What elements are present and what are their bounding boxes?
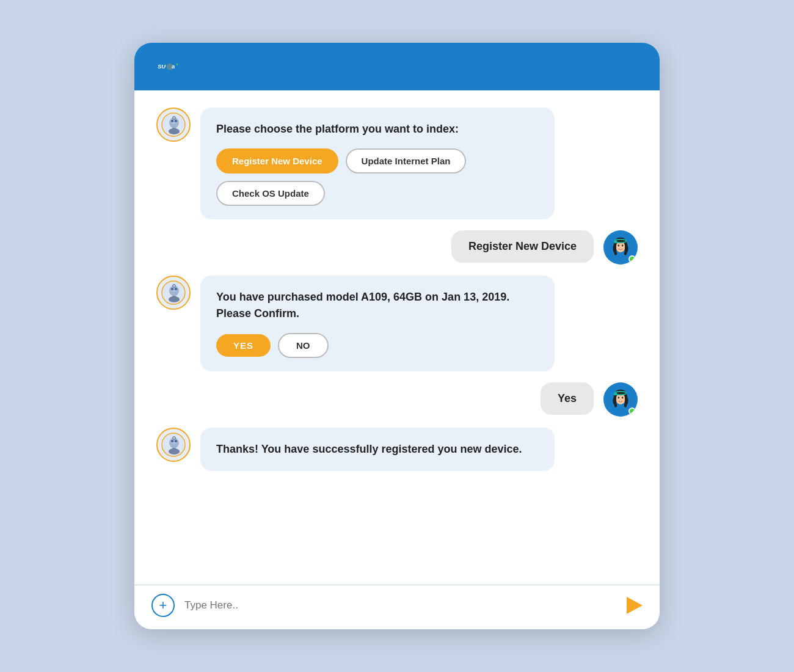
app-container: SU a	[134, 43, 660, 629]
send-button[interactable]	[627, 597, 643, 614]
svg-point-33	[173, 285, 175, 287]
user-avatar-1	[603, 230, 638, 265]
svg-point-12	[175, 120, 177, 122]
btn-check-os-update[interactable]: Check OS Update	[216, 181, 325, 206]
btn-register-new-device[interactable]: Register New Device	[216, 148, 338, 173]
user-message-2: Yes	[156, 382, 638, 417]
svg-point-39	[618, 396, 620, 398]
svg-point-40	[622, 396, 624, 398]
option-buttons-2: YES NO	[216, 333, 539, 358]
bot-text-1: Please choose the platform you want to i…	[216, 121, 539, 137]
user-bubble-1: Register New Device	[451, 230, 594, 263]
bot-message-1: Please choose the platform you want to i…	[156, 108, 638, 219]
option-buttons-1: Register New Device Update Internet Plan…	[216, 148, 539, 206]
bot-avatar-3	[156, 428, 191, 462]
user-message-1: Register New Device	[156, 230, 638, 265]
svg-point-30	[172, 288, 173, 290]
svg-point-49	[172, 440, 173, 442]
header: SU a	[134, 43, 660, 90]
svg-text:a: a	[172, 63, 175, 70]
svg-point-50	[175, 440, 177, 442]
svg-point-35	[169, 296, 180, 302]
svg-point-20	[618, 244, 620, 246]
svg-point-14	[173, 117, 175, 119]
logo: SU a	[156, 56, 180, 77]
plus-icon: +	[159, 599, 167, 612]
svg-point-5	[177, 64, 178, 65]
btn-no[interactable]: NO	[278, 333, 329, 358]
bot-avatar-icon	[161, 112, 186, 137]
btn-update-internet-plan[interactable]: Update Internet Plan	[346, 148, 467, 173]
bot-avatar-2	[156, 276, 191, 310]
svg-point-52	[173, 437, 175, 439]
svg-point-3	[169, 66, 170, 67]
bot-avatar-icon-3	[161, 433, 186, 457]
send-icon	[627, 597, 643, 614]
svg-point-21	[622, 244, 624, 246]
online-dot-2	[628, 407, 636, 415]
svg-text:SU: SU	[158, 63, 166, 70]
input-area: +	[134, 585, 660, 629]
chat-input[interactable]	[184, 599, 617, 612]
chat-area: Please choose the platform you want to i…	[134, 90, 660, 585]
bot-avatar-1	[156, 108, 191, 142]
bot-text-3: Thanks! You have successfully registered…	[216, 441, 539, 458]
add-attachment-button[interactable]: +	[151, 594, 175, 617]
bot-bubble-3: Thanks! You have successfully registered…	[200, 428, 555, 471]
user-bubble-2: Yes	[541, 382, 594, 415]
bot-bubble-1: Please choose the platform you want to i…	[200, 108, 555, 219]
svg-point-43	[614, 392, 617, 395]
bot-message-2: You have purchased model A109, 64GB on J…	[156, 276, 638, 371]
bot-message-3: Thanks! You have successfully registered…	[156, 428, 638, 471]
online-dot-1	[628, 255, 636, 263]
bot-bubble-2: You have purchased model A109, 64GB on J…	[200, 276, 555, 371]
svg-point-24	[614, 240, 617, 243]
svg-point-31	[175, 288, 177, 290]
svg-point-16	[169, 128, 180, 134]
user-avatar-2	[603, 382, 638, 417]
svg-point-11	[172, 120, 173, 122]
logo-icon: SU a	[158, 56, 178, 77]
btn-yes[interactable]: YES	[216, 334, 271, 357]
svg-point-54	[169, 448, 180, 455]
bot-avatar-icon-2	[161, 280, 186, 305]
bot-text-2: You have purchased model A109, 64GB on J…	[216, 289, 539, 322]
